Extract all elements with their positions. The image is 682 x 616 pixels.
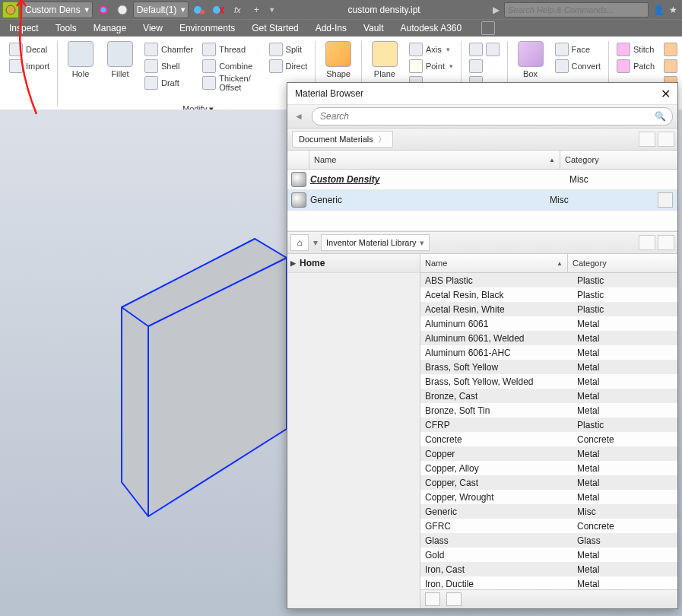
- qat-expand-icon[interactable]: ▼: [268, 6, 275, 14]
- help-icon[interactable]: [481, 21, 495, 35]
- pattern1-button[interactable]: [468, 41, 501, 58]
- library-material-row[interactable]: Copper, AlloyMetal: [420, 461, 677, 475]
- chamfer-button[interactable]: Chamfer: [143, 41, 195, 58]
- split-button[interactable]: Split: [268, 41, 303, 58]
- menu-a360[interactable]: Autodesk A360: [400, 23, 462, 33]
- menu-view[interactable]: View: [143, 23, 163, 33]
- material-search-input[interactable]: [319, 110, 655, 122]
- stitch-icon: [617, 43, 630, 56]
- direct-button[interactable]: Direct: [268, 58, 309, 75]
- library-material-row[interactable]: CFRPPlastic: [420, 418, 677, 432]
- search-icon[interactable]: 🔍: [655, 111, 666, 122]
- appearance-combo[interactable]: Default(1) ▼: [133, 2, 189, 18]
- library-material-row[interactable]: Iron, DuctileMetal: [420, 576, 677, 589]
- library-material-row[interactable]: GlassGlass: [420, 533, 677, 548]
- pattern-icon: [469, 43, 483, 56]
- thread-button[interactable]: Thread: [201, 41, 247, 58]
- view-mode-list-icon[interactable]: [658, 132, 674, 147]
- appearance-browser-icon[interactable]: [95, 2, 112, 18]
- library-material-row[interactable]: GFRCConcrete: [420, 519, 677, 533]
- menu-add-ins[interactable]: Add-Ins: [316, 23, 347, 33]
- library-material-row[interactable]: Aluminum 6061, WeldedMetal: [420, 331, 677, 345]
- surface-icon[interactable]: [664, 43, 677, 56]
- shell-button[interactable]: Shell: [143, 58, 181, 75]
- material-search[interactable]: 🔍: [312, 107, 673, 125]
- library-material-row[interactable]: Brass, Soft Yellow, WeldedMetal: [420, 374, 677, 389]
- library-material-row[interactable]: GoldMetal: [420, 548, 677, 562]
- library-tree[interactable]: ▶Home: [287, 254, 420, 608]
- close-button[interactable]: ✕: [658, 86, 673, 101]
- material-category: Concrete: [573, 521, 677, 532]
- footer-open-icon[interactable]: [425, 592, 440, 606]
- view-mode-tiles-icon[interactable]: [639, 235, 655, 250]
- library-material-row[interactable]: ConcreteConcrete: [420, 432, 677, 446]
- library-material-row[interactable]: Bronze, CastMetal: [420, 389, 677, 403]
- pattern2-button[interactable]: [468, 58, 484, 75]
- remove-appearance-icon[interactable]: [210, 2, 227, 18]
- favorite-icon[interactable]: ★: [669, 5, 677, 15]
- library-breadcrumb: ⌂ ▾ Inventor Material Library ▾: [287, 231, 677, 254]
- patch-button[interactable]: Patch: [615, 58, 656, 75]
- parameters-icon[interactable]: fx: [229, 2, 246, 18]
- axis-button[interactable]: Axis▾: [408, 41, 452, 58]
- sort-asc-icon: ▲: [549, 157, 555, 164]
- menu-vault[interactable]: Vault: [363, 23, 383, 33]
- appearance-swatch-icon[interactable]: [114, 2, 131, 18]
- library-material-row[interactable]: GenericMisc: [420, 504, 677, 519]
- convert-button[interactable]: Convert: [554, 58, 603, 75]
- signin-icon[interactable]: 👤: [653, 5, 665, 15]
- help-search-input[interactable]: [504, 2, 649, 17]
- view-mode-tiles-icon[interactable]: [639, 132, 655, 147]
- combine-button[interactable]: Combine: [201, 58, 254, 75]
- point-button[interactable]: Point▾: [408, 58, 455, 75]
- svg-point-3: [118, 5, 127, 14]
- library-material-row[interactable]: Bronze, Soft TinMetal: [420, 403, 677, 418]
- dialog-titlebar[interactable]: Material Browser ✕: [287, 83, 677, 105]
- crumb-library[interactable]: Inventor Material Library ▾: [321, 234, 430, 251]
- search-chevron-icon[interactable]: ▶: [493, 5, 500, 15]
- doc-material-row[interactable]: GenericMisc: [287, 190, 677, 211]
- library-material-row[interactable]: Acetal Resin, WhitePlastic: [420, 302, 677, 316]
- library-material-row[interactable]: Acetal Resin, BlackPlastic: [420, 287, 677, 302]
- material-category: Misc: [565, 174, 677, 185]
- draft-button[interactable]: Draft: [143, 75, 181, 91]
- edit-material-icon[interactable]: [658, 192, 673, 208]
- menu-get-started[interactable]: Get Started: [252, 23, 298, 33]
- library-material-row[interactable]: Brass, Soft YellowMetal: [420, 360, 677, 374]
- thicken-button[interactable]: Thicken/ Offset: [201, 75, 261, 91]
- crumb-document-materials[interactable]: Document Materials〉: [292, 131, 393, 148]
- convert-icon: [555, 59, 569, 73]
- plus-icon[interactable]: +: [248, 2, 265, 18]
- home-icon[interactable]: ⌂: [290, 234, 309, 251]
- name-column[interactable]: Name▲: [309, 151, 560, 169]
- document-title: custom density.ipt: [275, 5, 493, 15]
- library-material-row[interactable]: CopperMetal: [420, 446, 677, 461]
- library-material-row[interactable]: Iron, CastMetal: [420, 562, 677, 576]
- library-material-row[interactable]: ABS PlasticPlastic: [420, 273, 677, 287]
- library-material-row[interactable]: Aluminum 6061-AHCMetal: [420, 345, 677, 360]
- hole-button[interactable]: Hole: [61, 41, 100, 108]
- swatch-column[interactable]: [287, 151, 309, 169]
- menu-environments[interactable]: Environments: [179, 23, 235, 33]
- face-button[interactable]: Face: [554, 41, 592, 58]
- library-material-row[interactable]: Copper, CastMetal: [420, 475, 677, 490]
- fillet-button[interactable]: Fillet: [100, 41, 140, 108]
- clear-appearance-icon[interactable]: [191, 2, 208, 18]
- category-column[interactable]: Category: [560, 151, 677, 169]
- library-rows[interactable]: ABS PlasticPlasticAcetal Resin, BlackPla…: [420, 273, 677, 589]
- doc-material-row[interactable]: Custom DensityMisc: [287, 170, 677, 190]
- surface-icon[interactable]: [664, 59, 677, 73]
- view-mode-list-icon[interactable]: [658, 235, 674, 250]
- library-material-row[interactable]: Aluminum 6061Metal: [420, 316, 677, 331]
- appearance-combo-text: Default(1): [137, 5, 177, 15]
- footer-add-icon[interactable]: [446, 592, 462, 606]
- tree-node-home[interactable]: ▶Home: [287, 254, 420, 273]
- library-material-row[interactable]: Copper, WroughtMetal: [420, 490, 677, 504]
- chevron-down-icon[interactable]: ▾: [310, 237, 321, 248]
- back-icon[interactable]: ◄: [292, 110, 306, 123]
- menu-manage[interactable]: Manage: [94, 23, 126, 33]
- tree-expand-icon[interactable]: ▶: [290, 259, 298, 267]
- stitch-button[interactable]: Stitch: [615, 41, 656, 58]
- lib-category-column[interactable]: Category: [568, 254, 677, 272]
- lib-name-column[interactable]: Name▲: [420, 254, 568, 272]
